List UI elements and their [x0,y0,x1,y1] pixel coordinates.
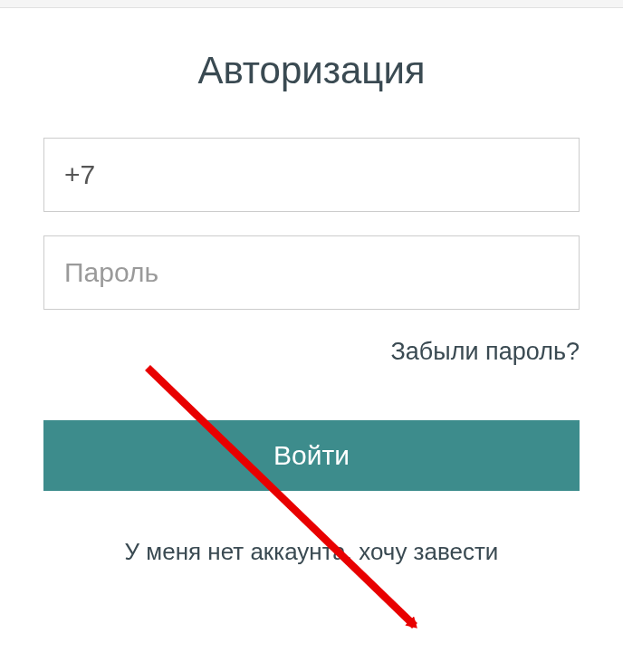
login-button[interactable]: Войти [43,420,580,491]
password-input[interactable] [43,235,580,310]
forgot-password-link[interactable]: Забыли пароль? [43,338,580,366]
phone-input[interactable] [43,138,580,212]
top-bar [0,0,623,8]
login-form-container: Авторизация Забыли пароль? Войти У меня … [0,8,623,566]
register-link[interactable]: У меня нет аккаунта, хочу завести [43,538,580,566]
page-title: Авторизация [43,49,580,92]
